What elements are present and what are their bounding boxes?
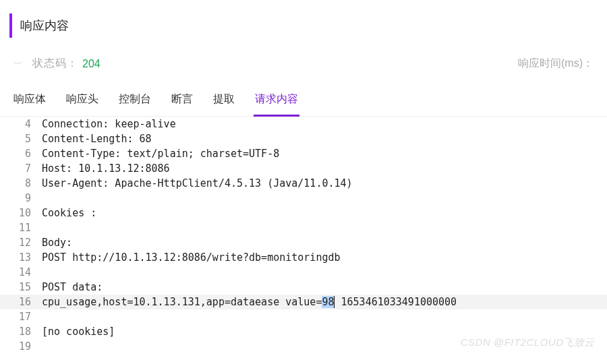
line-number: 11 [0,220,42,235]
code-line: 7Host: 10.1.13.12:8086 [0,161,607,176]
line-content: POST http://10.1.13.12:8086/write?db=mon… [42,250,607,265]
code-line: 13POST http://10.1.13.12:8086/write?db=m… [0,250,607,265]
line-content [42,220,607,235]
line-content: User-Agent: Apache-HttpClient/4.5.13 (Ja… [42,176,607,191]
line-number: 19 [0,339,42,354]
code-line: 17 [0,309,607,324]
line-number: 5 [0,131,42,146]
code-line: 16cpu_usage,host=10.1.13.131,app=dataeas… [0,295,607,309]
line-content: Connection: keep-alive [42,117,607,131]
code-line: 15POST data: [0,280,607,295]
line-number: 8 [0,176,42,191]
line-content: Content-Type: text/plain; charset=UTF-8 [42,146,607,161]
code-line: 9 [0,191,607,206]
section-title: 响应内容 [9,13,607,38]
status-code-value: 204 [82,58,100,70]
code-line: 14 [0,265,607,280]
line-number: 9 [0,191,42,206]
line-content: Host: 10.1.13.12:8086 [42,161,607,176]
line-number: 6 [0,146,42,161]
line-content [42,265,607,280]
line-content: Cookies : [42,206,607,220]
tab-1[interactable]: 响应头 [65,84,100,116]
chevron-down-icon: ﹀ [13,59,23,68]
tabs: 响应体响应头控制台断言提取请求内容 [0,84,607,117]
watermark: CSDN @FIT2CLOUD飞致云 [461,336,595,349]
code-line: 4Connection: keep-alive [0,117,607,131]
code-line: 10Cookies : [0,206,607,220]
line-number: 12 [0,235,42,250]
status-code-label: 状态码： [32,57,78,71]
code-line: 11 [0,220,607,235]
line-content [42,191,607,206]
request-content-code: 4Connection: keep-alive5Content-Length: … [0,117,607,354]
line-number: 15 [0,280,42,295]
line-content [42,309,607,324]
code-line: 5Content-Length: 68 [0,131,607,146]
response-time-label: 响应时间(ms)： [518,57,594,71]
line-content: cpu_usage,host=10.1.13.131,app=dataease … [42,295,607,309]
code-line: 8User-Agent: Apache-HttpClient/4.5.13 (J… [0,176,607,191]
line-number: 13 [0,250,42,265]
line-number: 4 [0,117,42,131]
tab-2[interactable]: 控制台 [117,84,152,116]
line-content: Content-Length: 68 [42,131,607,146]
line-number: 14 [0,265,42,280]
line-number: 7 [0,161,42,176]
tab-0[interactable]: 响应体 [12,84,47,116]
line-number: 18 [0,324,42,339]
line-number: 10 [0,206,42,220]
line-number: 16 [0,295,42,309]
line-number: 17 [0,309,42,324]
line-content: POST data: [42,280,607,295]
code-line: 12Body: [0,235,607,250]
line-content: Body: [42,235,607,250]
code-line: 6Content-Type: text/plain; charset=UTF-8 [0,146,607,161]
status-row[interactable]: ﹀ 状态码： 204 响应时间(ms)： [0,51,607,84]
tab-5[interactable]: 请求内容 [254,84,299,116]
tab-3[interactable]: 断言 [170,84,194,116]
tab-4[interactable]: 提取 [212,84,236,116]
